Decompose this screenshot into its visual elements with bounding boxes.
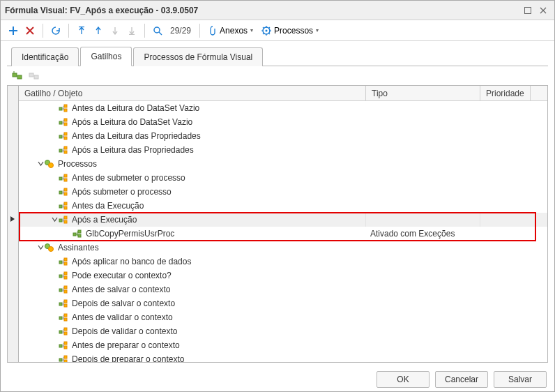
- tree-row[interactable]: Pode executar o contexto?: [19, 269, 547, 282]
- tree-row[interactable]: Antes de submeter o processo: [19, 171, 547, 185]
- expand-all-icon[interactable]: [11, 70, 24, 82]
- svg-point-1: [154, 27, 160, 33]
- col-prioridade[interactable]: Prioridade: [480, 86, 531, 100]
- svg-rect-41: [64, 262, 67, 265]
- delete-button[interactable]: [22, 22, 38, 40]
- tree-row[interactable]: Depois de preparar o contexto: [19, 352, 547, 362]
- cancelar-button[interactable]: Cancelar: [435, 371, 488, 388]
- tree-cell[interactable]: Antes da Leitura do DataSet Vazio: [19, 101, 366, 115]
- refresh-icon[interactable]: [47, 22, 64, 40]
- tab-processos-fv[interactable]: Processos de Fórmula Visual: [133, 47, 263, 66]
- col-tipo[interactable]: Tipo: [366, 86, 480, 100]
- tree-cell[interactable]: Após submeter o processo: [19, 185, 366, 199]
- tree-cell[interactable]: GlbCopyPermisUsrProc: [19, 227, 366, 241]
- prioridade-cell: [480, 296, 521, 310]
- tree-row[interactable]: Antes da Execução: [19, 199, 547, 213]
- anexos-menu[interactable]: Anexos ▾: [204, 22, 257, 40]
- tree-row[interactable]: Antes de salvar o contexto: [19, 282, 547, 296]
- svg-rect-47: [64, 290, 67, 293]
- tipo-cell: [366, 282, 480, 296]
- dialog-footer: OK Cancelar Salvar: [0, 367, 555, 392]
- tree-cell[interactable]: Antes de preparar o contexto: [19, 338, 366, 352]
- tree-row[interactable]: Antes de validar o contexto: [19, 310, 547, 324]
- collapse-all-icon[interactable]: [28, 70, 40, 82]
- tree-cell[interactable]: Assinantes: [19, 241, 366, 255]
- tree-row[interactable]: GlbCopyPermisUsrProcAtivado com Exceções: [19, 227, 547, 241]
- svg-point-3: [266, 29, 268, 31]
- tree-row[interactable]: Após a Leitura do DataSet Vazio: [19, 115, 547, 129]
- processos-menu[interactable]: Processos ▾: [257, 22, 323, 40]
- salvar-button[interactable]: Salvar: [494, 371, 547, 388]
- anexos-label: Anexos: [220, 26, 248, 36]
- svg-rect-23: [64, 174, 67, 177]
- tree-cell[interactable]: Depois de salvar o contexto: [19, 296, 366, 310]
- tree-cell[interactable]: Antes de salvar o contexto: [19, 282, 366, 296]
- col-gatilho[interactable]: Gatilho / Objeto: [19, 86, 366, 100]
- row-label: Antes de submeter o processo: [72, 173, 185, 183]
- tree-row[interactable]: Depois de validar o contexto: [19, 324, 547, 338]
- tab-gatilhos[interactable]: Gatilhos: [80, 47, 132, 66]
- tree-cell[interactable]: Após a Leitura do DataSet Vazio: [19, 115, 366, 129]
- svg-rect-25: [59, 191, 62, 194]
- chevron-down-icon: ▾: [316, 27, 319, 33]
- tab-identificacao[interactable]: Identificação: [11, 47, 79, 66]
- next-icon[interactable]: [107, 22, 123, 40]
- expand-toggle[interactable]: [37, 244, 44, 252]
- leaf-icon: [58, 354, 69, 362]
- tipo-cell: [366, 171, 480, 185]
- prioridade-cell: [480, 101, 521, 115]
- grid-body[interactable]: Antes da Leitura do DataSet VazioApós a …: [19, 101, 547, 362]
- row-label: Depois de preparar o contexto: [72, 354, 184, 362]
- tipo-cell: [366, 213, 480, 227]
- tree-row[interactable]: Depois de salvar o contexto: [19, 296, 547, 310]
- window-title: Fórmula Visual: FV_Após a execução - 03.…: [5, 6, 519, 15]
- first-icon[interactable]: [73, 22, 90, 40]
- tree-cell[interactable]: Após a Execução: [19, 213, 366, 227]
- prioridade-cell: [480, 115, 521, 129]
- tree-cell[interactable]: Pode executar o contexto?: [19, 269, 366, 282]
- prioridade-cell: [480, 269, 521, 282]
- tree-cell[interactable]: Depois de preparar o contexto: [19, 352, 366, 362]
- svg-rect-8: [59, 107, 62, 110]
- tree-row[interactable]: Assinantes: [19, 241, 547, 255]
- expand-toggle[interactable]: [51, 216, 58, 224]
- tree-cell[interactable]: Antes de submeter o processo: [19, 171, 366, 185]
- last-icon[interactable]: [123, 22, 140, 40]
- tree-row[interactable]: Processos: [19, 157, 547, 171]
- search-icon[interactable]: [149, 22, 166, 40]
- svg-rect-43: [64, 272, 67, 275]
- svg-rect-17: [59, 149, 62, 152]
- tipo-cell: [366, 157, 480, 171]
- tree-row[interactable]: Após submeter o processo: [19, 185, 547, 199]
- tree-cell[interactable]: Antes de validar o contexto: [19, 310, 366, 324]
- tree-cell[interactable]: Após a Leitura das Propriedades: [19, 143, 366, 157]
- tree-row[interactable]: Após a Execução: [19, 213, 547, 227]
- expand-toggle[interactable]: [37, 160, 44, 168]
- tree-row[interactable]: Após aplicar no banco de dados: [19, 255, 547, 269]
- leaf-icon: [58, 312, 69, 323]
- svg-rect-14: [59, 135, 62, 138]
- row-label: Antes da Leitura do DataSet Vazio: [72, 103, 199, 113]
- svg-rect-48: [59, 303, 62, 306]
- leaf-icon: [58, 103, 69, 114]
- row-label: Após aplicar no banco de dados: [72, 257, 191, 266]
- add-button[interactable]: [5, 22, 22, 40]
- grid-header: Gatilho / Objeto Tipo Prioridade: [19, 86, 547, 101]
- tree-row[interactable]: Antes da Leitura do DataSet Vazio: [19, 101, 547, 115]
- tree-row[interactable]: Antes de preparar o contexto: [19, 338, 547, 352]
- tree-cell[interactable]: Antes da Execução: [19, 199, 366, 213]
- processos-label: Processos: [274, 26, 313, 36]
- tree-cell[interactable]: Processos: [19, 157, 366, 171]
- svg-rect-36: [78, 234, 81, 237]
- tipo-cell: [366, 101, 480, 115]
- tree-cell[interactable]: Depois de validar o contexto: [19, 324, 366, 338]
- close-icon[interactable]: [536, 4, 550, 17]
- tree-row[interactable]: Antes da Leitura das Propriedades: [19, 129, 547, 143]
- ok-button[interactable]: OK: [377, 371, 429, 388]
- tree-row[interactable]: Após a Leitura das Propriedades: [19, 143, 547, 157]
- tree-cell[interactable]: Antes da Leitura das Propriedades: [19, 129, 366, 143]
- tree-cell[interactable]: Após aplicar no banco de dados: [19, 255, 366, 269]
- prev-icon[interactable]: [90, 22, 107, 40]
- row-label: Depois de validar o contexto: [72, 326, 177, 336]
- maximize-icon[interactable]: [521, 4, 535, 17]
